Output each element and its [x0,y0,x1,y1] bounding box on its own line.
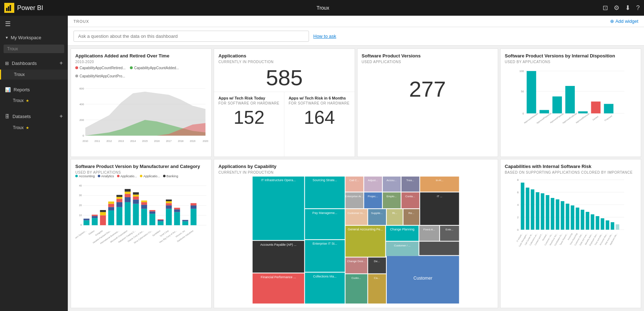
treemap-container: IT Infrastructure Opera... Sourcing Stra… [218,177,493,304]
qa-input[interactable] [73,31,309,42]
svg-text:2019: 2019 [190,140,196,142]
svg-rect-36 [578,111,588,113]
line-chart-card[interactable]: Applications Added and Retired Over Time… [71,49,212,157]
legend-item-added: CapabilityAppCountAdded... [130,66,179,70]
sidebar-section-datasets: 🗄 Datasets + Troux ★ [0,108,68,135]
svg-text:50: 50 [521,90,524,93]
top-bar-center: Troux [43,5,603,11]
sidebar-item-reports[interactable]: 📊 Reports [0,84,68,96]
cat-dot-banking [163,175,166,177]
cat-banking: Banking [163,174,178,178]
sw-versions-title: Software Product Versions [362,53,493,59]
svg-text:2014: 2014 [130,140,136,142]
svg-text:ApprovedPreferred: ApprovedPreferred [562,112,577,124]
fullscreen-icon[interactable]: ⊡ [603,4,608,12]
line-chart-subtitle: 2010-2020 [75,60,207,64]
apps-production-card[interactable]: Applications CURRENTLY IN PRODUCTION 585… [214,49,355,157]
svg-text:30: 30 [79,194,82,197]
logo-icon [4,3,14,13]
sidebar-workspace[interactable]: ▼ My Workspace [0,32,68,43]
help-icon[interactable]: ? [636,4,640,12]
sw-versions-value: 277 [362,78,493,100]
svg-rect-210 [605,220,609,230]
sw-disposition-card[interactable]: Software Product Versions by Internal Di… [500,49,641,157]
svg-rect-194 [526,188,529,230]
svg-rect-104 [191,205,197,209]
svg-rect-32 [527,71,536,113]
legend-label-net: CapabilityNetAppCountPro... [80,74,125,78]
dashboards-label: Dashboards [12,61,37,66]
svg-rect-80 [133,197,139,199]
sidebar-item-dashboards[interactable]: ⊞ Dashboards + [0,57,68,70]
mfr-category-chart: 40 30 20 10 0 [75,179,207,258]
svg-rect-98 [174,212,180,225]
app-logo[interactable]: Power BI [4,3,43,13]
svg-rect-203 [571,205,574,230]
svg-text:Exte...: Exte... [446,228,453,231]
cat-dot-app2 [140,175,142,177]
mfr-category-card[interactable]: Software Product Version by Manufacturer… [71,159,212,308]
sidebar-item-datasets[interactable]: 🗄 Datasets + [0,110,68,123]
tech-risk-today-card: Apps w/ Tech Risk Today FOR SOFTWARE OR … [214,92,284,157]
svg-text:General Accounting Pe...: General Accounting Pe... [348,228,383,231]
workspace-label: My Workspace [11,35,41,40]
cat-application1: Applicatio... [117,174,137,178]
chevron-down-icon: ▼ [5,36,9,40]
capabilities-risk-card[interactable]: Capabilities with Internal Software Risk… [500,159,641,308]
svg-text:Sourcing Strate...: Sourcing Strate... [313,178,337,182]
sidebar-item-troux-dashboard[interactable]: Troux [0,70,68,80]
cat-label-analytics: Analytics [101,174,114,178]
hamburger-icon[interactable]: ☰ [0,16,68,32]
svg-rect-68 [116,207,122,225]
svg-rect-63 [100,210,106,212]
add-dataset-icon[interactable]: + [60,113,63,119]
apps-production-value: 585 [218,67,350,89]
svg-rect-201 [561,201,564,230]
svg-rect-70 [116,199,122,202]
legend-item-retired: CapabilityAppCountRetired... [75,66,126,70]
svg-rect-89 [149,210,156,211]
svg-rect-83 [141,209,147,225]
add-dashboard-icon[interactable]: + [60,60,63,66]
svg-rect-103 [191,209,197,225]
svg-text:Enterprise Ar...: Enterprise Ar... [345,195,364,198]
cat-label-banking: Banking [167,174,178,178]
dashboards-icon: ⊞ [5,61,9,66]
mfr-category-subtitle: USED BY APPLICATIONS [75,170,207,174]
datasets-icon: 🗄 [5,114,10,119]
sw-versions-card[interactable]: Software Product Versions USED APPLICATI… [357,49,498,157]
svg-rect-82 [133,192,139,194]
svg-text:Collections Ma...: Collections Ma... [313,274,337,278]
svg-text:0: 0 [522,112,524,115]
cat-analytics: Analytics [98,174,114,178]
svg-text:Emplo...: Emplo... [386,195,396,198]
add-widget-button[interactable]: ⊕ Add widget [610,19,638,24]
svg-rect-206 [585,212,589,230]
cat-dot-accounting [75,175,78,177]
apps-production-title: Applications [218,53,350,59]
download-icon[interactable]: ⬇ [625,4,630,12]
svg-rect-93 [166,209,172,225]
how-to-ask-link[interactable]: How to ask [313,34,336,39]
svg-text:2013: 2013 [118,140,124,142]
svg-rect-79 [133,199,139,204]
svg-rect-94 [166,205,172,209]
svg-rect-85 [141,202,147,205]
svg-rect-101 [182,221,188,225]
search-input[interactable] [4,45,64,53]
content-area: TROUX ⊕ Add widget How to ask Applicatio… [68,16,644,311]
sidebar-section-reports: 📊 Reports Troux ★ [0,82,68,108]
svg-rect-202 [566,204,569,230]
settings-icon[interactable]: ⚙ [614,4,619,12]
sw-disposition-subtitle: USED BY APPLICATIONS [505,60,637,64]
svg-rect-71 [116,197,122,199]
top-bar: Power BI Troux ⊡ ⚙ ⬇ ? [0,0,644,16]
apps-capability-card[interactable]: Applications by Capability CURRENTLY IN … [214,159,498,308]
sidebar-item-troux-report[interactable]: Troux ★ [0,96,68,106]
svg-text:2015: 2015 [142,140,148,142]
svg-text:400: 400 [79,103,84,106]
sidebar-item-troux-dataset[interactable]: Troux ★ [0,123,68,133]
svg-rect-99 [174,209,180,212]
cat-dot-analytics [98,175,100,177]
svg-text:20: 20 [79,204,82,207]
